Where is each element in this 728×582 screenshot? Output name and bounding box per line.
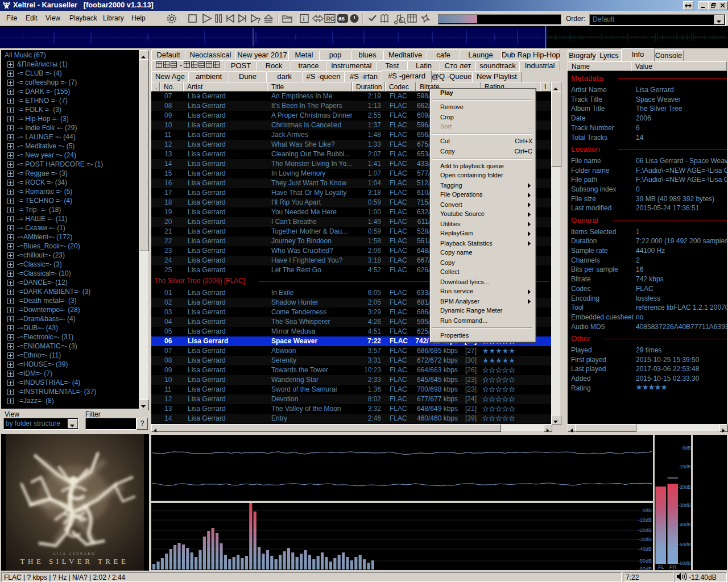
svg-text:-10dB: -10dB xyxy=(638,517,652,523)
svg-text:?: ? xyxy=(257,16,260,24)
svg-text:-60dB: -60dB xyxy=(638,566,652,570)
svg-text:-30dB: -30dB xyxy=(678,502,691,508)
svg-text:-60dB: -60dB xyxy=(678,560,691,566)
svg-text:FL: FL xyxy=(658,564,664,570)
svg-text:-40dB: -40dB xyxy=(638,546,652,552)
svg-text:0dB: 0dB xyxy=(643,508,652,513)
svg-text:-50dB: -50dB xyxy=(638,558,652,564)
svg-text:as: as xyxy=(338,15,345,22)
svg-text:i: i xyxy=(303,15,305,22)
svg-text:-20dB: -20dB xyxy=(678,484,691,490)
svg-text:RG: RG xyxy=(326,16,335,22)
svg-text:FR: FR xyxy=(669,564,677,570)
svg-text:-20dB: -20dB xyxy=(638,527,652,533)
svg-text:-40dB: -40dB xyxy=(678,522,691,527)
svg-text:-10dB: -10dB xyxy=(678,464,691,469)
svg-text:LISA GERRARD: LISA GERRARD xyxy=(53,551,96,556)
svg-text:-50dB: -50dB xyxy=(678,542,691,547)
svg-text:THE SILVER TREE: THE SILVER TREE xyxy=(20,557,129,566)
svg-text:-30dB: -30dB xyxy=(638,537,652,542)
svg-text:0dB: 0dB xyxy=(682,445,691,451)
